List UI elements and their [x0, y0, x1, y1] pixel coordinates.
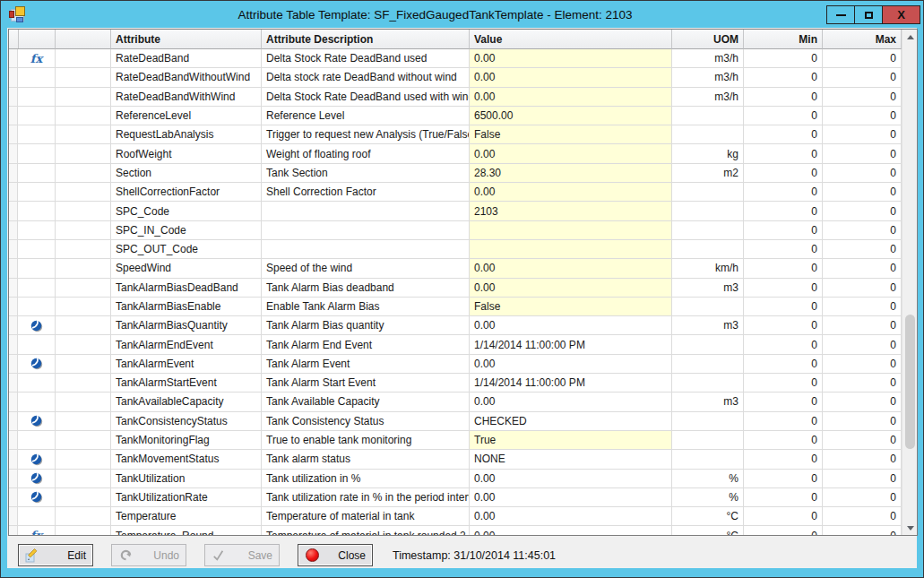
cell-value[interactable]: 0.00: [470, 507, 672, 526]
cell-value[interactable]: [470, 240, 672, 259]
row-selector[interactable]: [9, 526, 18, 535]
cell-value[interactable]: 0.00: [470, 144, 672, 163]
cell-value[interactable]: NONE: [470, 450, 672, 469]
cell-max: 0: [823, 88, 902, 107]
table-row[interactable]: RateDeadBandWithWindDelta Stock Rate Dea…: [9, 88, 902, 107]
row-selector[interactable]: [9, 259, 18, 278]
table-row[interactable]: SPC_Code210300: [9, 202, 902, 220]
table-row[interactable]: TankAlarmBiasQuantityTank Alarm Bias qua…: [9, 316, 902, 335]
cell-value[interactable]: True: [470, 431, 672, 450]
cell-value[interactable]: 1/14/2014 11:00:00 PM: [470, 335, 672, 354]
row-selector[interactable]: [9, 144, 18, 163]
row-selector[interactable]: [9, 470, 18, 488]
table-row[interactable]: TankMovementStatusTank alarm statusNONE0…: [9, 450, 902, 469]
cell-value[interactable]: 0.00: [470, 68, 672, 87]
scroll-up-button[interactable]: [902, 30, 918, 44]
cell-value[interactable]: 0.00: [470, 393, 672, 411]
row-selector[interactable]: [9, 412, 18, 431]
vertical-scrollbar[interactable]: [902, 30, 917, 535]
title-bar[interactable]: Attribute Table Template: SF_FixedGauged…: [1, 1, 923, 28]
cell-value[interactable]: 0.00: [470, 49, 672, 68]
header-attribute-description[interactable]: Attribute Description: [262, 30, 470, 49]
cell-value[interactable]: 28.30: [470, 164, 672, 183]
table-row[interactable]: TankAlarmBiasEnableEnable Tank Alarm Bia…: [9, 298, 902, 316]
table-row[interactable]: TankUtilizationRateTank utilization rate…: [9, 488, 902, 507]
table-row[interactable]: RoofWeightWeight of floating roof0.00kg0…: [9, 144, 902, 163]
cell-value[interactable]: 0.00: [470, 259, 672, 278]
row-selector[interactable]: [9, 374, 18, 393]
cell-value[interactable]: 0.00: [470, 355, 672, 374]
row-selector[interactable]: [9, 68, 18, 87]
header-attribute[interactable]: Attribute: [111, 30, 262, 49]
cell-value[interactable]: 2103: [470, 202, 672, 220]
header-uom[interactable]: UOM: [672, 30, 744, 49]
row-selector[interactable]: [9, 164, 18, 183]
cell-value[interactable]: 0.00: [470, 183, 672, 202]
row-selector[interactable]: [9, 355, 18, 374]
table-row[interactable]: SPC_OUT_Code00: [9, 240, 902, 259]
cell-value[interactable]: 0.00: [470, 279, 672, 298]
row-selector[interactable]: [9, 316, 18, 335]
row-selector[interactable]: [9, 221, 18, 240]
cell-value[interactable]: 0.00: [470, 88, 672, 107]
header-max[interactable]: Max: [823, 30, 902, 49]
header-min[interactable]: Min: [744, 30, 823, 49]
row-selector[interactable]: [9, 431, 18, 450]
cell-value[interactable]: 0.00: [470, 470, 672, 488]
row-selector[interactable]: [9, 488, 18, 507]
table-row[interactable]: SectionTank Section28.30m200: [9, 164, 902, 183]
row-selector[interactable]: [9, 240, 18, 259]
table-row[interactable]: TankUtilizationTank utilization in %0.00…: [9, 470, 902, 488]
cell-value[interactable]: False: [470, 298, 672, 316]
close-window-button[interactable]: X: [882, 5, 920, 24]
table-row[interactable]: ReferenceLevelReference Level6500.0000: [9, 107, 902, 125]
row-selector[interactable]: [9, 183, 18, 202]
table-row[interactable]: fxTemperature_RoundTemperature of materi…: [9, 526, 902, 535]
row-selector[interactable]: [9, 507, 18, 526]
cell-value[interactable]: CHECKED: [470, 412, 672, 431]
row-selector[interactable]: [9, 125, 18, 144]
cell-value[interactable]: 0.00: [470, 316, 672, 335]
table-row[interactable]: TankAlarmEventTank Alarm Event0.0000: [9, 355, 902, 374]
cell-value[interactable]: [470, 221, 672, 240]
cell-value[interactable]: 1/14/2014 11:00:00 PM: [470, 374, 672, 393]
row-selector[interactable]: [9, 88, 18, 107]
scroll-down-button[interactable]: [902, 521, 918, 535]
save-button[interactable]: Save: [204, 544, 280, 566]
table-row[interactable]: TankMonitoringFlagTrue to enable tank mo…: [9, 431, 902, 450]
table-row[interactable]: ShellCorrectionFactorShell Correction Fa…: [9, 183, 902, 202]
timestamp-label: Timestamp: 31/10/2014 11:45:01: [393, 549, 556, 562]
table-row[interactable]: TankConsistencyStatusTank Consistency St…: [9, 412, 902, 431]
cell-value[interactable]: 6500.00: [470, 107, 672, 125]
row-selector[interactable]: [9, 298, 18, 316]
row-selector[interactable]: [9, 450, 18, 469]
row-selector[interactable]: [9, 393, 18, 411]
scrollbar-thumb[interactable]: [905, 315, 915, 449]
header-value[interactable]: Value: [470, 30, 672, 49]
table-row[interactable]: TankAvailableCapacityTank Available Capa…: [9, 393, 902, 411]
table-row[interactable]: fxRateDeadBandDelta Stock Rate DeadBand …: [9, 49, 902, 68]
table-row[interactable]: SPC_IN_Code00: [9, 221, 902, 240]
table-row[interactable]: SpeedWindSpeed of the wind0.00km/h00: [9, 259, 902, 278]
table-row[interactable]: TankAlarmBiasDeadBandTank Alarm Bias dea…: [9, 279, 902, 298]
cell-value[interactable]: 0.00: [470, 526, 672, 535]
cell-uom: °C: [672, 526, 744, 535]
row-selector[interactable]: [9, 49, 18, 68]
table-row[interactable]: TankAlarmEndEventTank Alarm End Event1/1…: [9, 335, 902, 354]
maximize-button[interactable]: [854, 5, 883, 24]
table-row[interactable]: RequestLabAnalysisTrigger to request new…: [9, 125, 902, 144]
row-selector[interactable]: [9, 335, 18, 354]
table-row[interactable]: TemperatureTemperature of material in ta…: [9, 507, 902, 526]
minimize-button[interactable]: [826, 5, 855, 24]
row-selector[interactable]: [9, 107, 18, 125]
row-selector[interactable]: [9, 202, 18, 220]
edit-button[interactable]: Edit: [18, 544, 93, 566]
cell-value[interactable]: False: [470, 125, 672, 144]
cell-description: Tank Alarm Bias quantity: [262, 316, 470, 335]
close-button[interactable]: Close: [298, 544, 373, 566]
table-row[interactable]: TankAlarmStartEventTank Alarm Start Even…: [9, 374, 902, 393]
table-row[interactable]: RateDeadBandWithoutWindDelta stock rate …: [9, 68, 902, 87]
cell-value[interactable]: 0.00: [470, 488, 672, 507]
row-selector[interactable]: [9, 279, 18, 298]
undo-button[interactable]: Undo: [111, 544, 186, 566]
